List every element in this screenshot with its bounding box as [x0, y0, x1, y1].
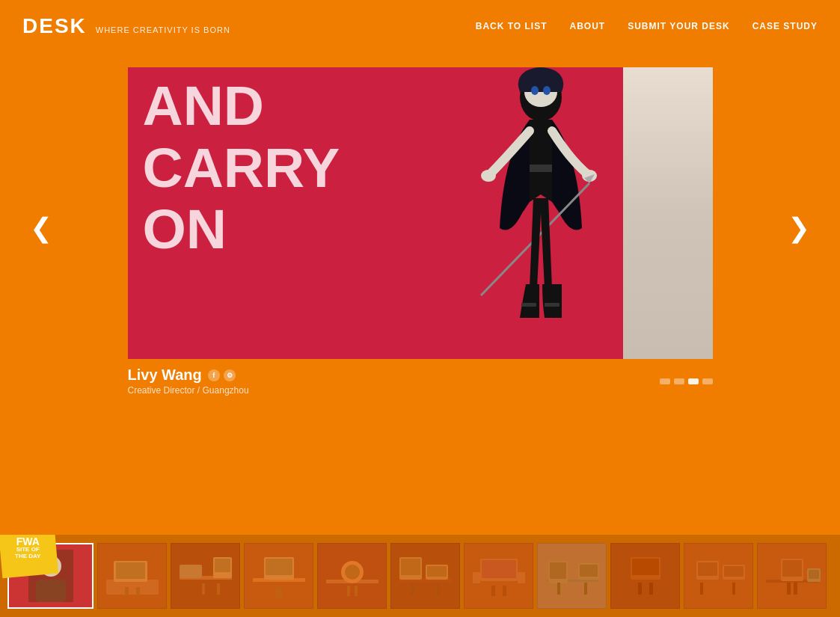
svg-rect-21	[215, 559, 230, 572]
caption-left: Livy Wang f ⚙ Creative Director / Guangz…	[128, 366, 249, 396]
slide-dots	[660, 378, 713, 384]
svg-rect-65	[724, 566, 744, 577]
caption-area: Livy Wang f ⚙ Creative Director / Guangz…	[128, 366, 713, 396]
svg-rect-60	[649, 583, 653, 595]
svg-rect-67	[732, 583, 735, 595]
svg-rect-45	[491, 586, 495, 596]
svg-rect-71	[787, 583, 791, 595]
next-arrow[interactable]: ❯	[780, 209, 818, 247]
svg-rect-51	[550, 562, 566, 579]
dot-1[interactable]	[660, 378, 670, 384]
svg-rect-41	[437, 583, 440, 595]
site-tagline: WHERE CREATIVITY IS BORN	[96, 25, 230, 34]
author-name-text: Livy Wang	[128, 366, 202, 384]
twitter-icon[interactable]: ⚙	[224, 369, 236, 381]
svg-rect-29	[275, 595, 283, 598]
nav-case-study[interactable]: CASE STUDY	[752, 21, 818, 31]
svg-rect-33	[347, 586, 350, 596]
svg-rect-63	[698, 562, 717, 576]
thumbnail-10[interactable]	[684, 543, 753, 609]
svg-rect-54	[557, 583, 560, 595]
svg-rect-58	[632, 559, 659, 575]
svg-rect-48	[518, 572, 525, 583]
thumbnail-7[interactable]	[464, 543, 533, 609]
svg-rect-18	[136, 587, 140, 596]
svg-point-5	[481, 170, 496, 182]
svg-rect-59	[638, 583, 642, 595]
svg-rect-74	[809, 570, 819, 579]
thumbnail-9[interactable]	[610, 543, 680, 609]
thumbnail-8[interactable]	[537, 543, 607, 609]
svg-rect-44	[482, 560, 516, 578]
svg-rect-4	[527, 165, 554, 172]
thumbnail-3[interactable]	[171, 543, 240, 609]
svg-rect-17	[125, 587, 129, 596]
svg-rect-22	[180, 565, 202, 578]
svg-rect-72	[794, 583, 797, 595]
site-header: DESK WHERE CREATIVITY IS BORN BACK TO LI…	[0, 0, 840, 52]
svg-rect-23	[202, 583, 205, 595]
thumbnail-strip: FWA SITE OFTHE DAY	[0, 535, 840, 617]
thumbnail-11[interactable]	[757, 543, 827, 609]
author-name-row: Livy Wang f ⚙	[128, 366, 249, 384]
nav-about[interactable]: ABOUT	[570, 21, 606, 31]
svg-rect-55	[584, 583, 587, 595]
svg-point-3	[543, 86, 551, 95]
svg-rect-10	[545, 303, 560, 307]
svg-rect-37	[401, 559, 420, 575]
facebook-icon[interactable]: f	[208, 369, 220, 381]
svg-rect-66	[700, 583, 703, 595]
svg-rect-27	[266, 559, 292, 575]
nav-submit-desk[interactable]: SUBMIT YOUR DESK	[628, 21, 729, 31]
prev-arrow[interactable]: ❮	[22, 209, 60, 247]
anime-figure	[466, 67, 616, 359]
svg-rect-9	[521, 303, 536, 307]
svg-rect-47	[473, 572, 480, 583]
svg-point-32	[345, 565, 360, 580]
author-subtitle: Creative Director / Guangzhou	[128, 385, 249, 396]
svg-rect-13	[36, 580, 66, 602]
svg-rect-46	[503, 586, 506, 596]
svg-rect-16	[116, 562, 145, 579]
svg-rect-24	[217, 583, 220, 595]
nav-back-to-list[interactable]: BACK TO LIST	[476, 21, 548, 31]
dot-2[interactable]	[674, 378, 684, 384]
dot-3[interactable]	[688, 378, 699, 384]
right-wall	[623, 67, 713, 359]
social-icons: f ⚙	[208, 369, 236, 381]
svg-rect-53	[580, 565, 598, 577]
main-image: ANDCARRYON	[128, 67, 713, 359]
svg-point-28	[275, 587, 283, 595]
svg-point-2	[531, 86, 539, 95]
svg-rect-40	[411, 583, 414, 595]
svg-rect-34	[355, 586, 358, 596]
dot-4[interactable]	[702, 378, 713, 384]
thumbnail-6[interactable]	[390, 543, 460, 609]
header-left: DESK WHERE CREATIVITY IS BORN	[22, 14, 230, 38]
thumbnail-4[interactable]	[244, 543, 313, 609]
thumbnail-2[interactable]	[97, 543, 167, 609]
fwa-text: FWA	[16, 536, 40, 547]
svg-rect-70	[782, 560, 802, 577]
main-image-container: ANDCARRYON	[128, 67, 713, 359]
main-content: ❮ ANDCARRYON	[0, 52, 840, 396]
fwa-sub: SITE OFTHE DAY	[15, 547, 40, 560]
fwa-badge[interactable]: FWA SITE OFTHE DAY	[0, 535, 58, 578]
thumbnail-5[interactable]	[317, 543, 387, 609]
main-nav: BACK TO LIST ABOUT SUBMIT YOUR DESK CASE…	[476, 21, 818, 31]
svg-rect-39	[427, 566, 447, 577]
site-logo[interactable]: DESK	[22, 14, 87, 38]
